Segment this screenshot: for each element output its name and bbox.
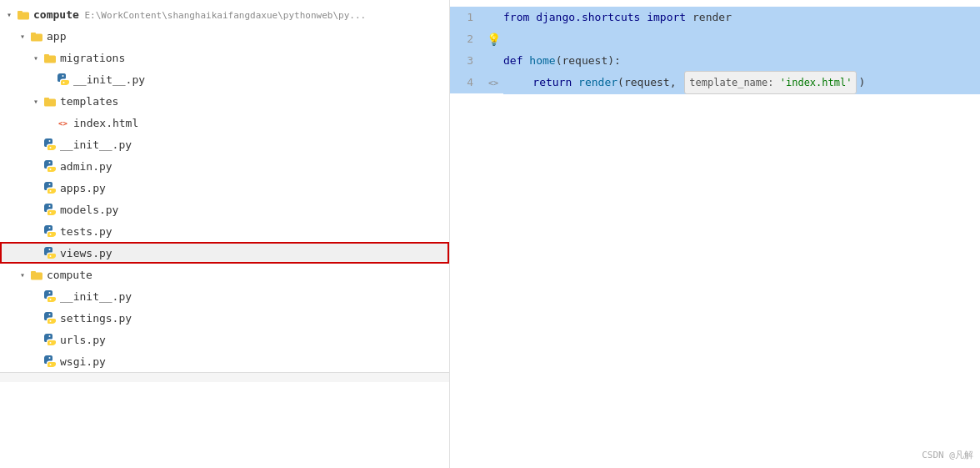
python-icon bbox=[43, 203, 57, 216]
svg-point-26 bbox=[50, 299, 52, 300]
tree-item-views-py[interactable]: ▾views.py bbox=[0, 242, 449, 264]
svg-point-25 bbox=[49, 292, 51, 294]
svg-point-19 bbox=[49, 227, 51, 229]
svg-rect-24 bbox=[31, 273, 42, 280]
line-content: def home(request): bbox=[500, 50, 980, 72]
tree-item-compute-pkg[interactable]: ▾compute bbox=[0, 264, 449, 285]
arrow-icon: ▾ bbox=[30, 52, 42, 63]
tree-item-label: compute bbox=[47, 269, 92, 281]
watermark: CSDN @凡解 bbox=[922, 449, 973, 461]
tree-item-tests-py[interactable]: ▾tests.py bbox=[0, 220, 449, 242]
tree-item-label: __init__.py bbox=[73, 73, 145, 86]
tree-item-urls-py[interactable]: ▾urls.py bbox=[0, 329, 449, 350]
arrow-icon: ▾ bbox=[17, 269, 28, 280]
svg-point-12 bbox=[50, 147, 52, 148]
tree-item-label: compute E:\WorkContent\shanghaikaifangda… bbox=[33, 8, 366, 21]
arrow-icon: ▾ bbox=[30, 95, 42, 107]
svg-point-20 bbox=[50, 234, 52, 235]
svg-rect-9 bbox=[44, 99, 56, 107]
folder-icon bbox=[30, 29, 43, 43]
folder-icon bbox=[43, 51, 57, 64]
svg-point-32 bbox=[50, 364, 52, 365]
svg-point-14 bbox=[50, 169, 52, 170]
svg-point-11 bbox=[49, 140, 51, 142]
html-icon: <> bbox=[57, 116, 70, 129]
python-icon bbox=[43, 224, 57, 238]
svg-point-13 bbox=[49, 162, 51, 164]
svg-point-22 bbox=[50, 255, 52, 257]
tree-item-wsgi-py[interactable]: ▾wsgi.py bbox=[0, 350, 449, 372]
code-line-1: 1from django.shortcuts import render bbox=[450, 7, 980, 28]
file-tree[interactable]: ▾compute E:\WorkContent\shanghaikaifangd… bbox=[0, 0, 450, 468]
tree-item-label: index.html bbox=[73, 117, 138, 129]
tree-item-models-py[interactable]: ▾models.py bbox=[0, 199, 449, 220]
python-icon bbox=[43, 246, 57, 259]
tree-item-label: admin.py bbox=[60, 160, 112, 173]
line-content: return render(request, template_name: 'i… bbox=[503, 71, 980, 94]
tree-item-label: migrations bbox=[60, 52, 125, 64]
svg-rect-1 bbox=[18, 13, 29, 20]
svg-point-16 bbox=[50, 190, 52, 192]
folder-icon bbox=[30, 268, 43, 281]
tree-item-apps-py[interactable]: ▾apps.py bbox=[0, 177, 449, 199]
folder-icon bbox=[17, 8, 30, 21]
tree-item-label: templates bbox=[60, 95, 118, 108]
tree-item-label: __init__.py bbox=[60, 138, 132, 151]
code-editor: 1from django.shortcuts import render2💡3d… bbox=[450, 0, 980, 468]
tree-item-label: wsgi.py bbox=[60, 355, 106, 368]
tree-item-label: app bbox=[47, 30, 66, 43]
code-after-hint: ) bbox=[858, 72, 865, 93]
tree-item-index-html[interactable]: ▾<>index.html bbox=[0, 112, 449, 133]
code-line-3: 3def home(request): bbox=[450, 50, 980, 72]
tree-item-label: urls.py bbox=[60, 334, 106, 346]
python-icon bbox=[43, 138, 57, 151]
arrow-icon: ▾ bbox=[17, 30, 28, 42]
svg-point-31 bbox=[49, 357, 51, 359]
code-line-4: 4<> return render(request, template_name… bbox=[450, 72, 980, 93]
line-number: 3 bbox=[450, 50, 483, 72]
line-number: 2 bbox=[450, 28, 483, 50]
python-icon bbox=[43, 311, 57, 325]
python-icon bbox=[43, 333, 57, 346]
svg-point-17 bbox=[49, 205, 51, 207]
tree-item-app-folder[interactable]: ▾app bbox=[0, 25, 449, 47]
line-number: 4 bbox=[450, 72, 483, 93]
code-line-2: 2💡 bbox=[450, 28, 980, 50]
code-before-hint: return render(request, bbox=[507, 72, 682, 93]
tree-item-admin-py[interactable]: ▾admin.py bbox=[0, 155, 449, 177]
tree-item-migrations-folder[interactable]: ▾migrations bbox=[0, 47, 449, 68]
tree-item-init-py-app[interactable]: ▾__init__.py bbox=[0, 133, 449, 155]
python-icon bbox=[43, 355, 57, 368]
python-icon bbox=[43, 181, 57, 194]
svg-point-18 bbox=[50, 212, 52, 214]
tree-item-compute-root[interactable]: ▾compute E:\WorkContent\shanghaikaifangd… bbox=[0, 3, 449, 25]
tree-item-label: apps.py bbox=[60, 182, 106, 194]
line-content: from django.shortcuts import render bbox=[500, 7, 980, 28]
tree-item-label: settings.py bbox=[60, 312, 132, 325]
svg-point-21 bbox=[49, 249, 51, 250]
tree-item-label: views.py bbox=[60, 247, 112, 259]
svg-rect-3 bbox=[31, 34, 42, 42]
svg-rect-5 bbox=[44, 56, 56, 63]
tree-item-label: models.py bbox=[60, 204, 118, 216]
inlay-hint-icon: <> bbox=[483, 78, 503, 88]
line-number: 1 bbox=[450, 7, 483, 28]
inlay-hint-box: template_name: 'index.html' bbox=[684, 71, 857, 94]
tree-item-label: tests.py bbox=[60, 225, 112, 238]
tree-item-label: __init__.py bbox=[60, 290, 132, 303]
svg-point-29 bbox=[49, 335, 51, 337]
tree-item-settings-py[interactable]: ▾settings.py bbox=[0, 307, 449, 329]
python-icon bbox=[57, 73, 70, 86]
svg-point-28 bbox=[50, 320, 52, 322]
svg-text:<>: <> bbox=[58, 119, 68, 128]
python-icon bbox=[43, 159, 57, 173]
svg-point-15 bbox=[49, 184, 51, 185]
tree-item-templates-folder[interactable]: ▾templates bbox=[0, 90, 449, 112]
tree-item-init-py-migrations[interactable]: ▾__init__.py bbox=[0, 68, 449, 90]
svg-point-6 bbox=[62, 75, 64, 77]
python-icon bbox=[43, 289, 57, 303]
code-content: 1from django.shortcuts import render2💡3d… bbox=[450, 3, 980, 97]
svg-point-7 bbox=[63, 82, 65, 83]
lightbulb-icon[interactable]: 💡 bbox=[483, 33, 503, 46]
tree-item-init-py-compute[interactable]: ▾__init__.py bbox=[0, 285, 449, 307]
